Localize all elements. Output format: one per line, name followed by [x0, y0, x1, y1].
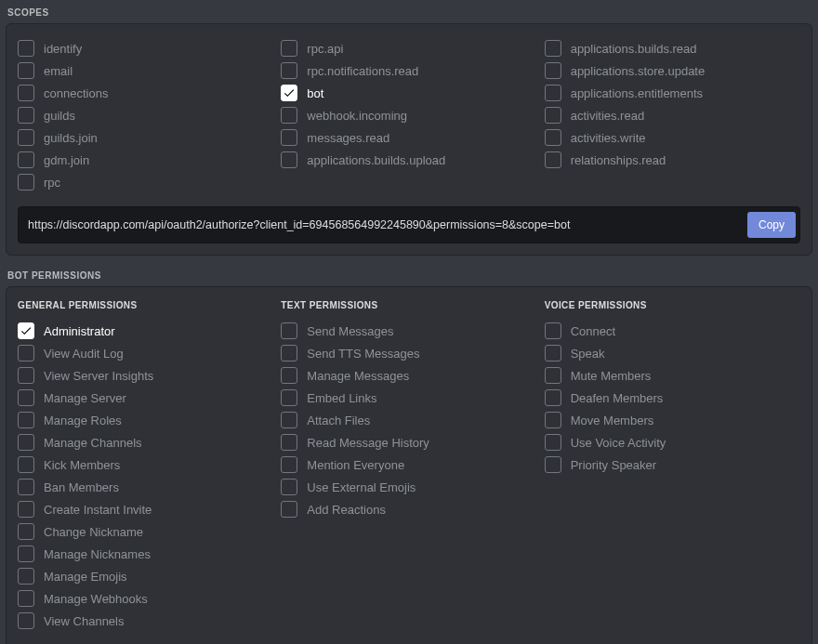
scope-applications-store-update-checkbox[interactable]	[545, 62, 561, 79]
perm-send-messages[interactable]: Send Messages	[281, 320, 536, 342]
perm-view-audit-log[interactable]: View Audit Log	[18, 342, 273, 364]
perm-move-members-checkbox[interactable]	[545, 412, 561, 428]
scope-applications-builds-read[interactable]: applications.builds.read	[545, 37, 800, 59]
perm-read-message-history[interactable]: Read Message History	[281, 431, 536, 453]
perm-manage-nicknames[interactable]: Manage Nicknames	[18, 543, 273, 565]
perm-send-tts-messages-checkbox[interactable]	[281, 345, 297, 361]
perm-mention-everyone-checkbox[interactable]	[281, 456, 297, 473]
perm-view-channels-checkbox[interactable]	[18, 612, 34, 629]
scope-webhook-incoming-checkbox[interactable]	[281, 107, 297, 124]
scope-identify-checkbox[interactable]	[18, 40, 34, 57]
copy-button[interactable]: Copy	[747, 212, 796, 238]
oauth-url-input[interactable]	[28, 218, 747, 231]
perm-use-external-emojis-checkbox[interactable]	[281, 479, 297, 495]
perm-speak[interactable]: Speak	[545, 342, 800, 364]
perm-create-instant-invite[interactable]: Create Instant Invite	[18, 498, 273, 520]
perm-priority-speaker-checkbox[interactable]	[545, 456, 561, 473]
perm-kick-members[interactable]: Kick Members	[18, 453, 273, 476]
perm-ban-members[interactable]: Ban Members	[18, 476, 273, 498]
scope-activities-read[interactable]: activities.read	[545, 104, 800, 126]
perm-view-server-insights-checkbox[interactable]	[18, 367, 34, 384]
perm-manage-server-checkbox[interactable]	[18, 389, 34, 406]
perm-speak-checkbox[interactable]	[545, 345, 561, 361]
scope-applications-entitlements[interactable]: applications.entitlements	[545, 82, 800, 104]
perm-manage-messages[interactable]: Manage Messages	[281, 364, 536, 387]
perm-deafen-members[interactable]: Deafen Members	[545, 387, 800, 409]
perm-manage-webhooks[interactable]: Manage Webhooks	[18, 587, 273, 610]
perm-manage-emojis[interactable]: Manage Emojis	[18, 565, 273, 587]
perm-send-messages-checkbox[interactable]	[281, 322, 297, 339]
perm-kick-members-checkbox[interactable]	[18, 456, 34, 473]
scope-bot[interactable]: bot	[281, 82, 536, 104]
scope-gdm-join-checkbox[interactable]	[18, 151, 34, 168]
scope-messages-read[interactable]: messages.read	[281, 126, 536, 149]
perm-deafen-members-checkbox[interactable]	[545, 389, 561, 406]
scope-activities-write[interactable]: activities.write	[545, 126, 800, 149]
scope-gdm-join[interactable]: gdm.join	[18, 149, 273, 171]
scope-connections-checkbox[interactable]	[18, 85, 34, 101]
perm-read-message-history-checkbox[interactable]	[281, 434, 297, 451]
scope-rpc-api-checkbox[interactable]	[281, 40, 297, 57]
scope-activities-write-checkbox[interactable]	[545, 129, 561, 146]
perm-embed-links-checkbox[interactable]	[281, 389, 297, 406]
perm-change-nickname-checkbox[interactable]	[18, 523, 34, 540]
perm-view-server-insights[interactable]: View Server Insights	[18, 364, 273, 387]
perm-manage-webhooks-checkbox[interactable]	[18, 590, 34, 607]
perm-manage-roles-checkbox[interactable]	[18, 412, 34, 428]
perm-use-voice-activity[interactable]: Use Voice Activity	[545, 431, 800, 453]
perm-manage-roles[interactable]: Manage Roles	[18, 409, 273, 431]
perm-use-voice-activity-checkbox[interactable]	[545, 434, 561, 451]
perm-embed-links[interactable]: Embed Links	[281, 387, 536, 409]
perm-view-channels[interactable]: View Channels	[18, 610, 273, 632]
perm-view-audit-log-checkbox[interactable]	[18, 345, 34, 361]
perm-priority-speaker[interactable]: Priority Speaker	[545, 453, 800, 476]
scope-guilds[interactable]: guilds	[18, 104, 273, 126]
perm-change-nickname[interactable]: Change Nickname	[18, 520, 273, 543]
scope-webhook-incoming[interactable]: webhook.incoming	[281, 104, 536, 126]
perm-attach-files-checkbox[interactable]	[281, 412, 297, 428]
perm-connect-checkbox[interactable]	[545, 322, 561, 339]
perm-mute-members[interactable]: Mute Members	[545, 364, 800, 387]
scope-applications-builds-read-checkbox[interactable]	[545, 40, 561, 57]
perm-create-instant-invite-checkbox[interactable]	[18, 501, 34, 518]
perm-manage-messages-checkbox[interactable]	[281, 367, 297, 384]
scope-relationships-read[interactable]: relationships.read	[545, 149, 800, 171]
scope-guilds-join[interactable]: guilds.join	[18, 126, 273, 149]
scope-relationships-read-checkbox[interactable]	[545, 151, 561, 168]
scope-guilds-checkbox[interactable]	[18, 107, 34, 124]
scope-rpc-checkbox[interactable]	[18, 174, 34, 191]
perm-attach-files[interactable]: Attach Files	[281, 409, 536, 431]
scope-applications-builds-upload-checkbox[interactable]	[281, 151, 297, 168]
scope-rpc-notifications-read-checkbox[interactable]	[281, 62, 297, 79]
perm-use-external-emojis[interactable]: Use External Emojis	[281, 476, 536, 498]
perm-manage-channels-checkbox[interactable]	[18, 434, 34, 451]
scope-rpc[interactable]: rpc	[18, 171, 273, 193]
scope-applications-store-update[interactable]: applications.store.update	[545, 59, 800, 82]
perm-add-reactions-checkbox[interactable]	[281, 501, 297, 518]
perm-manage-emojis-checkbox[interactable]	[18, 568, 34, 585]
scope-email-checkbox[interactable]	[18, 62, 34, 79]
perm-send-tts-messages[interactable]: Send TTS Messages	[281, 342, 536, 364]
scope-applications-entitlements-checkbox[interactable]	[545, 85, 561, 101]
perm-ban-members-checkbox[interactable]	[18, 479, 34, 495]
perm-administrator[interactable]: Administrator	[18, 320, 273, 342]
perm-manage-nicknames-checkbox[interactable]	[18, 545, 34, 562]
perm-mention-everyone[interactable]: Mention Everyone	[281, 453, 536, 476]
scope-identify[interactable]: identify	[18, 37, 273, 59]
scope-messages-read-checkbox[interactable]	[281, 129, 297, 146]
scope-rpc-notifications-read[interactable]: rpc.notifications.read	[281, 59, 536, 82]
scope-guilds-join-checkbox[interactable]	[18, 129, 34, 146]
scope-bot-checkbox[interactable]	[281, 85, 297, 101]
perm-administrator-checkbox[interactable]	[18, 322, 34, 339]
perm-move-members[interactable]: Move Members	[545, 409, 800, 431]
scope-rpc-api[interactable]: rpc.api	[281, 37, 536, 59]
scope-applications-builds-upload[interactable]: applications.builds.upload	[281, 149, 536, 171]
perm-connect[interactable]: Connect	[545, 320, 800, 342]
perm-mute-members-checkbox[interactable]	[545, 367, 561, 384]
scope-activities-read-checkbox[interactable]	[545, 107, 561, 124]
scope-connections[interactable]: connections	[18, 82, 273, 104]
perm-manage-server[interactable]: Manage Server	[18, 387, 273, 409]
perm-add-reactions[interactable]: Add Reactions	[281, 498, 536, 520]
scope-email[interactable]: email	[18, 59, 273, 82]
perm-manage-channels[interactable]: Manage Channels	[18, 431, 273, 453]
